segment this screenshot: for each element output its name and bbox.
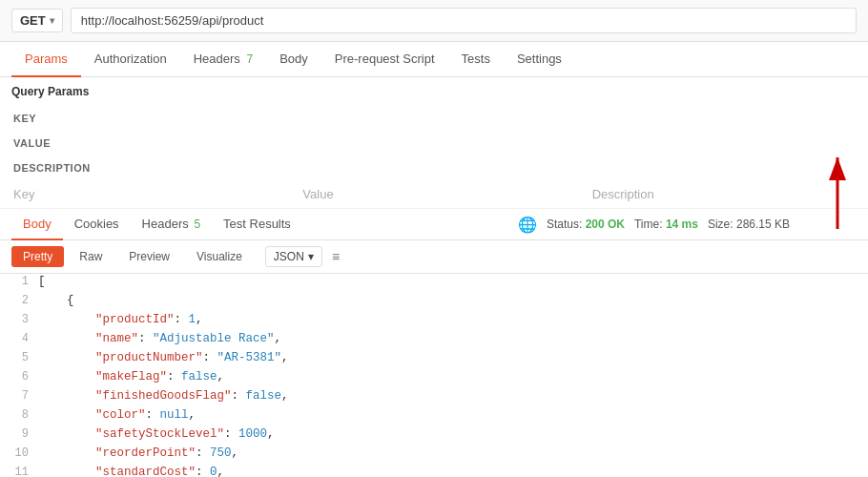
code-line: 9 "safetyStockLevel": 1000, — [0, 426, 868, 446]
code-line: 10 "reorderPoint": 750, — [0, 446, 868, 465]
tab-prerequest[interactable]: Pre-request Script — [321, 42, 448, 77]
format-tabs: Pretty Raw Preview Visualize JSON ▾ ≡ — [0, 240, 868, 274]
response-tab-body[interactable]: Body — [11, 209, 63, 240]
json-format-select[interactable]: JSON ▾ — [265, 246, 322, 267]
line-content: "name": "Adjustable Race", — [38, 331, 281, 346]
response-status: 🌐 Status: 200 OK Time: 14 ms Size: 286.1… — [518, 215, 857, 234]
col-value: VALUE — [0, 131, 868, 156]
line-number: 2 — [0, 293, 38, 308]
query-params-title: Query Params — [0, 77, 868, 106]
line-number: 7 — [0, 388, 38, 404]
size-value: 286.15 KB — [736, 218, 790, 231]
line-content: { — [38, 293, 74, 308]
format-visualize[interactable]: Visualize — [185, 246, 254, 267]
line-number: 8 — [0, 407, 38, 423]
response-tab-headers[interactable]: Headers 5 — [131, 209, 212, 240]
tab-authorization[interactable]: Authorization — [81, 42, 180, 77]
line-content: "productNumber": "AR-5381", — [38, 350, 289, 365]
response-tab-testresults[interactable]: Test Results — [212, 209, 302, 240]
arrow-annotation — [809, 148, 866, 234]
line-number: 1 — [0, 274, 38, 289]
status-value: 200 OK — [586, 218, 625, 231]
code-line: 5 "productNumber": "AR-5381", — [0, 350, 868, 369]
response-headers-badge: 5 — [194, 218, 200, 231]
tab-tests[interactable]: Tests — [448, 42, 504, 77]
method-chevron: ▾ — [50, 15, 54, 26]
line-content: "finishedGoodsFlag": false, — [38, 388, 289, 404]
code-area[interactable]: 1[2 {3 "productId": 1,4 "name": "Adjusta… — [0, 274, 868, 477]
line-number: 9 — [0, 426, 38, 442]
line-number: 6 — [0, 369, 38, 384]
headers-badge: 7 — [246, 52, 253, 66]
url-input[interactable] — [71, 8, 857, 33]
method-select[interactable]: GET ▾ — [11, 9, 63, 32]
line-content: "productId": 1, — [38, 312, 203, 327]
params-table-header: KEY VALUE DESCRIPTION — [0, 106, 868, 180]
format-raw[interactable]: Raw — [68, 246, 114, 267]
code-line: 2 { — [0, 293, 868, 312]
url-bar: GET ▾ — [0, 0, 868, 42]
code-line: 3 "productId": 1, — [0, 312, 868, 331]
line-number: 4 — [0, 331, 38, 346]
request-tabs: Params Authorization Headers 7 Body Pre-… — [0, 42, 868, 77]
response-tabs: Body Cookies Headers 5 Test Results 🌐 St… — [0, 209, 868, 240]
tab-body[interactable]: Body — [266, 42, 321, 77]
line-number: 5 — [0, 350, 38, 365]
tab-params[interactable]: Params — [11, 42, 81, 77]
method-label: GET — [20, 13, 46, 28]
tab-headers[interactable]: Headers 7 — [180, 42, 266, 77]
format-pretty[interactable]: Pretty — [11, 246, 64, 267]
line-number: 11 — [0, 465, 38, 477]
line-number: 3 — [0, 312, 38, 327]
col-key: KEY — [0, 106, 868, 131]
code-line: 8 "color": null, — [0, 407, 868, 426]
code-line: 6 "makeFlag": false, — [0, 369, 868, 388]
code-line: 4 "name": "Adjustable Race", — [0, 331, 868, 350]
line-content: "color": null, — [38, 407, 196, 423]
tab-settings[interactable]: Settings — [504, 42, 575, 77]
params-key-placeholder[interactable]: Key — [0, 180, 289, 208]
line-number: 10 — [0, 446, 38, 461]
line-content: "makeFlag": false, — [38, 369, 224, 384]
params-value-placeholder[interactable]: Value — [289, 180, 578, 208]
globe-icon: 🌐 — [518, 216, 537, 234]
response-section: Body Cookies Headers 5 Test Results 🌐 St… — [0, 209, 868, 477]
line-content: [ — [38, 274, 46, 289]
response-tab-cookies[interactable]: Cookies — [63, 209, 131, 240]
filter-icon[interactable]: ≡ — [332, 249, 340, 264]
time-label: Time: 14 ms — [634, 218, 698, 231]
format-preview[interactable]: Preview — [117, 246, 181, 267]
size-label: Size: 286.15 KB — [708, 218, 790, 231]
line-content: "standardCost": 0, — [38, 465, 224, 477]
line-content: "reorderPoint": 750, — [38, 446, 238, 461]
time-value: 14 ms — [666, 218, 698, 231]
params-row-empty: Key Value Description — [0, 180, 868, 209]
code-line: 11 "standardCost": 0, — [0, 465, 868, 477]
line-content: "safetyStockLevel": 1000, — [38, 426, 275, 442]
code-line: 1[ — [0, 274, 868, 293]
status-label: Status: 200 OK — [547, 218, 625, 231]
code-line: 7 "finishedGoodsFlag": false, — [0, 388, 868, 407]
col-description: DESCRIPTION — [0, 156, 868, 180]
